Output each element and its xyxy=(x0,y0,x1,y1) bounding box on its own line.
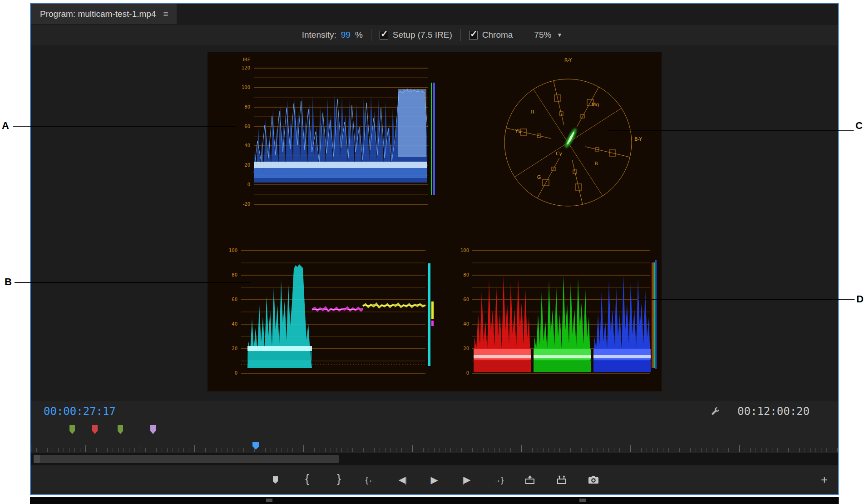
target-label: YL xyxy=(514,128,521,134)
playhead-icon xyxy=(252,442,259,450)
scale-label: 60 xyxy=(463,297,469,302)
mark-out-button[interactable]: } xyxy=(333,473,345,487)
tab-bar: Program: multicam-test-1.mp4 ≡ xyxy=(31,4,838,25)
toolbar-divider xyxy=(521,29,521,41)
timecode-right-group: 00:12:00:20 xyxy=(710,405,825,418)
timeline-marker[interactable] xyxy=(69,425,75,435)
button-editor-button[interactable]: + xyxy=(821,473,828,487)
timeline-marker[interactable] xyxy=(92,425,98,435)
scale-label: 40 xyxy=(244,143,250,148)
target-label: B xyxy=(594,161,598,167)
chroma-group: ✓ Chroma xyxy=(469,30,513,40)
chroma-checkbox[interactable]: ✓ xyxy=(469,31,478,40)
mark-in-icon: { xyxy=(305,472,309,485)
cyan-trace xyxy=(247,264,312,368)
extract-icon xyxy=(557,475,567,484)
zoom-value: 75% xyxy=(534,30,551,40)
toolbar-divider xyxy=(460,29,461,41)
go-to-out-icon: →} xyxy=(493,475,503,485)
waveform-side-bars xyxy=(428,263,434,366)
scale-label: -20 xyxy=(242,202,250,207)
callout-line-d xyxy=(638,299,855,300)
intensity-group: Intensity: 99 % xyxy=(302,30,363,40)
parade-side-bars xyxy=(652,260,657,369)
current-timecode[interactable]: 00:00:27:17 xyxy=(44,405,116,418)
lift-button[interactable] xyxy=(524,473,536,487)
scale-label: 40 xyxy=(232,321,237,326)
target-label: R xyxy=(531,109,534,115)
axis-label: R-Y xyxy=(564,57,572,63)
panel-grip xyxy=(579,499,586,502)
scale-label: 80 xyxy=(232,272,237,277)
tab-program-monitor[interactable]: Program: multicam-test-1.mp4 ≡ xyxy=(31,4,177,24)
camera-icon xyxy=(588,475,599,484)
scale-label: 40 xyxy=(463,321,469,326)
timeline-marker[interactable] xyxy=(117,425,124,435)
scale-label: 60 xyxy=(244,124,250,129)
target-label: G xyxy=(537,174,541,180)
wrench-icon[interactable] xyxy=(710,406,720,416)
scale-label: 80 xyxy=(463,272,469,277)
panel-menu-icon[interactable]: ≡ xyxy=(163,9,168,19)
marker-icon xyxy=(118,425,123,434)
add-marker-icon xyxy=(272,476,278,484)
chevron-down-icon: ▼ xyxy=(557,32,562,38)
callout-c: C xyxy=(855,120,863,132)
step-back-icon: ◀| xyxy=(399,474,407,485)
go-to-in-button[interactable]: {← xyxy=(365,473,377,487)
rgb-parade-scope: 100 80 60 40 20 0 xyxy=(458,237,658,389)
mark-out-icon: } xyxy=(337,472,341,485)
magenta-trace xyxy=(312,307,363,311)
callout-a: A xyxy=(2,120,9,132)
intensity-value[interactable]: 99 xyxy=(341,30,351,40)
scale-label: 20 xyxy=(244,163,250,168)
marker-icon xyxy=(150,425,156,434)
scale-label: 20 xyxy=(232,346,237,351)
panel-grip xyxy=(266,499,272,502)
zoom-level-dropdown[interactable]: 75% ▼ xyxy=(529,28,567,42)
yc-waveform-scope: IRE 120 xyxy=(226,54,439,228)
add-marker-button[interactable] xyxy=(270,473,282,487)
yc-waveform-trace xyxy=(254,88,427,183)
marker-icon xyxy=(92,425,98,434)
go-to-in-icon: {← xyxy=(366,475,376,485)
vectorscope-center-dot xyxy=(567,142,569,143)
scale-label: 0 xyxy=(234,371,237,376)
playhead[interactable] xyxy=(252,441,260,450)
setup-label: Setup (7.5 IRE) xyxy=(393,30,452,40)
scale-label: 120 xyxy=(241,65,250,70)
setup-group: ✓ Setup (7.5 IRE) xyxy=(380,30,452,40)
toolbar-divider xyxy=(371,29,371,41)
vectorscope: R-Y B-Y R Mg YL Cy G B xyxy=(460,54,657,228)
luma-chroma-waveform-scope: 100 80 60 40 20 0 xyxy=(226,237,437,389)
scale-label: 20 xyxy=(463,346,469,351)
tab-title: Program: multicam-test-1.mp4 xyxy=(40,9,156,19)
horizontal-scrollbar[interactable] xyxy=(31,453,838,465)
extract-button[interactable] xyxy=(556,473,568,487)
step-forward-icon: |▶ xyxy=(462,474,470,485)
vectorscope-trace xyxy=(563,127,578,149)
step-back-button[interactable]: ◀| xyxy=(397,473,409,487)
scale-label: 100 xyxy=(241,85,250,90)
timecode-row: 00:00:27:17 00:12:00:20 xyxy=(31,401,838,421)
export-frame-button[interactable] xyxy=(588,473,599,487)
program-monitor-panel: Program: multicam-test-1.mp4 ≡ Intensity… xyxy=(30,3,839,495)
duration-timecode: 00:12:00:20 xyxy=(737,405,810,418)
scale-label: 60 xyxy=(232,297,237,302)
go-to-out-button[interactable]: →} xyxy=(492,473,504,487)
setup-checkbox[interactable]: ✓ xyxy=(380,31,388,40)
yc-waveform-side-bars xyxy=(431,83,435,195)
time-ruler[interactable] xyxy=(31,440,838,453)
step-forward-button[interactable]: |▶ xyxy=(460,473,472,487)
timeline-marker[interactable] xyxy=(150,425,156,435)
scale-label: 0 xyxy=(247,182,250,187)
play-icon: ▶ xyxy=(430,474,438,485)
play-button[interactable]: ▶ xyxy=(429,473,440,487)
mark-in-button[interactable]: { xyxy=(302,473,313,487)
check-icon: ✓ xyxy=(470,29,477,39)
all-scopes-view: IRE 120 xyxy=(208,52,662,391)
callout-line-b xyxy=(15,282,251,283)
lower-panel-edge xyxy=(30,497,839,504)
scrollbar-thumb[interactable] xyxy=(34,455,339,463)
marker-icon xyxy=(69,425,75,434)
